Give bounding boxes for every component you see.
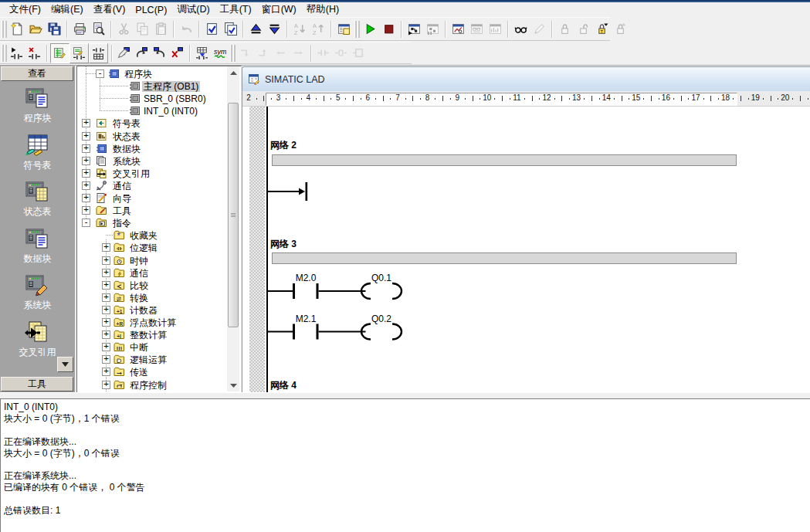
tree-item-label[interactable]: 系统块 <box>111 156 142 167</box>
tree-item-label[interactable]: 通信 <box>128 268 150 279</box>
tree-scrollbar[interactable] <box>227 66 239 391</box>
tree-item-label[interactable]: 交叉引用 <box>111 168 151 179</box>
tree-expander-expand[interactable]: + <box>82 194 90 202</box>
menu-item-4[interactable]: 调试(D) <box>173 2 213 18</box>
open-folder-button[interactable] <box>26 19 45 39</box>
tree-item-label[interactable]: 符号表 <box>111 118 142 129</box>
open-branch[interactable] <box>267 182 307 201</box>
tree-item-逻辑运算[interactable]: +逻辑运算 <box>77 354 241 366</box>
tree-item-收藏夹[interactable]: *收藏夹 <box>77 229 241 242</box>
view-bar-item-4[interactable]: 系统块 <box>0 272 75 312</box>
scroll-up-button[interactable] <box>227 66 239 79</box>
tree-item-通信[interactable]: +通信 <box>77 180 241 192</box>
menu-item-7[interactable]: 帮助(H) <box>303 2 343 18</box>
tree-item-中断[interactable]: +中断 <box>77 341 241 354</box>
menu-item-2[interactable]: 查看(V) <box>90 2 130 18</box>
tree-expander-expand[interactable]: + <box>102 306 110 314</box>
status-on-contact-button[interactable] <box>8 44 25 63</box>
menu-item-5[interactable]: 工具(T) <box>216 2 256 18</box>
scroll-down-button[interactable] <box>227 379 239 391</box>
view-symbol-info-button[interactable] <box>69 43 89 63</box>
lock-password-button[interactable]: T <box>592 19 611 39</box>
save-all-button[interactable] <box>45 19 63 39</box>
compile-all-button[interactable] <box>221 19 239 39</box>
tree-expander-expand[interactable]: + <box>82 132 90 141</box>
tree-expander-expand[interactable]: + <box>82 181 90 190</box>
tree-expander-expand[interactable]: + <box>102 330 110 339</box>
tree-expander-expand[interactable]: + <box>82 206 90 215</box>
lad-editor-content[interactable]: 网络 2网络 3M2.0Q0.1M2.1Q0.2网络 4 <box>242 107 810 393</box>
tree-item-工具[interactable]: +工具 <box>77 205 241 217</box>
tree-expander-expand[interactable]: + <box>102 243 110 252</box>
rung[interactable] <box>267 324 402 340</box>
new-file-button[interactable] <box>8 19 26 39</box>
menu-item-6[interactable]: 窗口(W) <box>258 2 300 18</box>
tree-item-向导[interactable]: +向导 <box>77 192 241 205</box>
tree-item-label[interactable]: 时钟 <box>128 256 150 266</box>
tree-item-通信[interactable]: +通信 <box>77 267 241 280</box>
tree-expander-collapse[interactable]: - <box>82 219 90 227</box>
view-bar-item-2[interactable]: 状态表 <box>0 178 75 219</box>
tree-item-INT_0 (INT0)[interactable]: INT_0 (INT0) <box>77 105 241 117</box>
tree-item-整数计算[interactable]: ++I整数计算 <box>77 329 241 341</box>
bookmark-clear-button[interactable] <box>168 44 186 63</box>
tree-item-数据块[interactable]: +数据块 <box>77 143 241 155</box>
tree-item-符号表[interactable]: +符号表 <box>77 117 241 130</box>
tree-expander-expand[interactable]: + <box>102 269 110 277</box>
tree-expander-expand[interactable]: + <box>102 318 110 327</box>
view-bar-item-5[interactable]: 交叉引用 <box>0 319 75 359</box>
view-symbol-table-button[interactable] <box>50 43 69 63</box>
view-bar-item-3[interactable]: 数据块 <box>0 225 75 266</box>
tree-item-交叉引用[interactable]: +交叉引用 <box>77 168 241 180</box>
tree-expander-expand[interactable]: + <box>102 256 110 265</box>
tree-expander-expand[interactable]: + <box>102 343 110 351</box>
tree-expander-expand[interactable]: + <box>102 381 110 389</box>
tree-item-浮点数计算[interactable]: ++R浮点数计算 <box>77 317 241 329</box>
tree-item-label[interactable]: 逻辑运算 <box>128 354 168 365</box>
print-preview-button[interactable] <box>89 19 107 39</box>
cross-reference-dropdown-button[interactable] <box>57 357 73 372</box>
bookmark-toggle-button[interactable] <box>115 44 133 63</box>
tree-expander-expand[interactable]: + <box>102 355 110 364</box>
download-button[interactable] <box>265 19 283 39</box>
view-bar-header[interactable]: 查看 <box>1 66 73 81</box>
tree-item-label[interactable]: 转换 <box>128 293 150 303</box>
chart-window-button[interactable] <box>449 19 467 39</box>
tree-item-label[interactable]: 主程序 (OB1) <box>142 81 200 92</box>
stop-button[interactable] <box>379 19 398 39</box>
tree-item-label[interactable]: 状态表 <box>111 131 142 142</box>
tree-item-指令[interactable]: -指令 <box>77 217 241 229</box>
tree-expander-expand[interactable]: + <box>102 293 110 302</box>
scrollbar-thumb[interactable] <box>228 103 239 327</box>
tree-item-label[interactable]: 传送 <box>128 367 150 378</box>
tree-expander-expand[interactable]: + <box>82 157 90 165</box>
tree-item-传送[interactable]: +传送 <box>77 366 241 378</box>
tree-item-计数器[interactable]: ++1计数器 <box>77 304 241 317</box>
tools-bar-header[interactable]: 工具 <box>1 377 73 391</box>
tree-item-label[interactable]: 通信 <box>111 181 133 191</box>
tree-item-label[interactable]: 程序控制 <box>128 380 168 391</box>
view-bar-item-0[interactable]: 程序块 <box>0 85 75 125</box>
tree-item-label[interactable]: 指令 <box>111 218 133 229</box>
tree-item-label[interactable]: 比较 <box>128 280 150 291</box>
tree-expander-expand[interactable]: + <box>82 169 90 178</box>
tree-item-label[interactable]: 中断 <box>128 342 150 353</box>
tree-item-label[interactable]: 工具 <box>111 205 133 216</box>
tree-item-转换[interactable]: +转换 <box>77 292 241 304</box>
menu-item-3[interactable]: PLC(P) <box>131 3 171 17</box>
program-status-glasses-button[interactable] <box>511 19 530 39</box>
symbolic-addressing-button[interactable]: sym <box>211 44 229 63</box>
tree-item-系统块[interactable]: +系统块 <box>77 155 241 168</box>
tree-expander-expand[interactable]: + <box>102 368 110 376</box>
tree-item-时钟[interactable]: +时钟 <box>77 255 241 267</box>
tree-expander-collapse[interactable]: - <box>96 69 104 78</box>
bookmark-next-button[interactable] <box>133 44 151 63</box>
tree-expander-expand[interactable]: + <box>102 281 110 290</box>
tree-item-label[interactable]: 程序块 <box>123 69 154 80</box>
view-bar-item-1[interactable]: 符号表 <box>0 132 75 172</box>
program-structure-button[interactable] <box>405 19 423 39</box>
bookmark-previous-button[interactable] <box>151 44 168 63</box>
tree-item-程序块[interactable]: -程序块 <box>77 68 241 80</box>
lad-window-titlebar[interactable]: SIMATIC LAD <box>242 67 810 92</box>
tree-expander-expand[interactable]: + <box>82 144 90 153</box>
